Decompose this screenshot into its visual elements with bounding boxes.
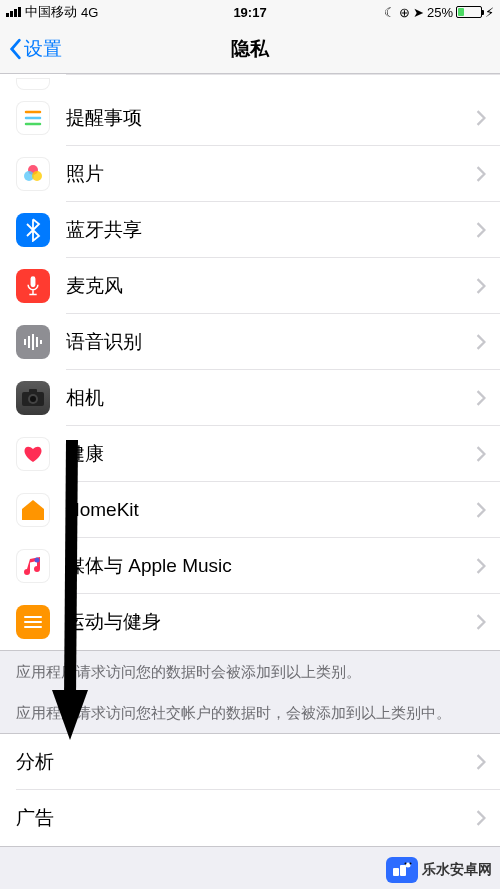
row-bluetooth[interactable]: 蓝牙共享: [0, 202, 500, 258]
homekit-icon: [16, 493, 50, 527]
chevron-right-icon: [476, 558, 486, 574]
row-advertising[interactable]: 广告: [0, 790, 500, 846]
page-title: 隐私: [231, 36, 269, 62]
row-label: 提醒事项: [66, 105, 476, 131]
nav-bar: 设置 隐私: [0, 24, 500, 74]
row-speech[interactable]: 语音识别: [0, 314, 500, 370]
chevron-right-icon: [476, 222, 486, 238]
chevron-right-icon: [476, 110, 486, 126]
media-icon: [16, 549, 50, 583]
status-left: 中国移动 4G: [6, 3, 250, 21]
row-camera[interactable]: 相机: [0, 370, 500, 426]
status-time: 19:17: [233, 5, 266, 20]
svg-rect-10: [36, 337, 38, 347]
row-motion[interactable]: 运动与健身: [0, 594, 500, 650]
lock-rotation-icon: ⊕: [399, 5, 410, 20]
svg-rect-6: [31, 276, 36, 287]
signal-icon: [6, 7, 21, 17]
speech-icon: [16, 325, 50, 359]
svg-point-26: [410, 863, 412, 865]
status-bar: 中国移动 4G 19:17 ☾ ⊕ ➤ 25% ⚡︎: [0, 0, 500, 24]
analytics-section: 分析 广告: [0, 733, 500, 847]
reminders-icon: [16, 101, 50, 135]
row-label: 分析: [16, 749, 476, 775]
chevron-right-icon: [476, 502, 486, 518]
privacy-section: 提醒事项 照片 蓝牙共享 麦克风: [0, 74, 500, 651]
row-label: 照片: [66, 161, 476, 187]
back-button[interactable]: 设置: [8, 36, 62, 62]
motion-icon: [16, 605, 50, 639]
back-label: 设置: [24, 36, 62, 62]
svg-point-25: [405, 863, 407, 865]
watermark-text: 乐水安卓网: [422, 861, 492, 879]
chevron-right-icon: [476, 278, 486, 294]
health-icon: [16, 437, 50, 471]
svg-rect-15: [29, 389, 37, 393]
row-label: 健康: [66, 441, 476, 467]
watermark: 乐水安卓网: [386, 857, 492, 883]
camera-icon: [16, 381, 50, 415]
row-photos[interactable]: 照片: [0, 146, 500, 202]
svg-point-5: [32, 171, 42, 181]
watermark-icon: [386, 857, 418, 883]
row-label: 广告: [16, 805, 476, 831]
chevron-right-icon: [476, 754, 486, 770]
network-label: 4G: [81, 5, 98, 20]
bluetooth-icon: [16, 213, 50, 247]
svg-rect-9: [32, 334, 34, 350]
row-media[interactable]: 媒体与 Apple Music: [0, 538, 500, 594]
svg-rect-7: [24, 339, 26, 345]
row-calendar-partial[interactable]: [0, 74, 500, 90]
svg-rect-11: [40, 340, 42, 344]
row-reminders[interactable]: 提醒事项: [0, 90, 500, 146]
svg-rect-23: [400, 865, 406, 876]
chevron-right-icon: [476, 810, 486, 826]
microphone-icon: [16, 269, 50, 303]
row-microphone[interactable]: 麦克风: [0, 258, 500, 314]
svg-point-14: [30, 396, 36, 402]
row-label: HomeKit: [66, 499, 476, 521]
chevron-right-icon: [476, 390, 486, 406]
row-label: 相机: [66, 385, 476, 411]
location-icon: ➤: [413, 5, 424, 20]
row-label: 媒体与 Apple Music: [66, 553, 476, 579]
chevron-right-icon: [476, 446, 486, 462]
footer-text-2: 应用程序请求访问您社交帐户的数据时，会被添加到以上类别中。: [0, 692, 500, 733]
chevron-right-icon: [476, 334, 486, 350]
content-scroll[interactable]: 提醒事项 照片 蓝牙共享 麦克风: [0, 74, 500, 889]
row-label: 蓝牙共享: [66, 217, 476, 243]
battery-icon: [456, 6, 482, 18]
footer-text-1: 应用程序请求访问您的数据时会被添加到以上类别。: [0, 651, 500, 692]
charging-icon: ⚡︎: [485, 5, 494, 20]
svg-point-16: [35, 558, 40, 563]
photos-icon: [16, 157, 50, 191]
row-label: 语音识别: [66, 329, 476, 355]
battery-pct: 25%: [427, 5, 453, 20]
moon-icon: ☾: [384, 5, 396, 20]
row-health[interactable]: 健康: [0, 426, 500, 482]
row-homekit[interactable]: HomeKit: [0, 482, 500, 538]
svg-rect-22: [393, 868, 399, 876]
chevron-right-icon: [476, 166, 486, 182]
row-label: 麦克风: [66, 273, 476, 299]
row-analytics[interactable]: 分析: [0, 734, 500, 790]
row-label: 运动与健身: [66, 609, 476, 635]
chevron-left-icon: [8, 38, 22, 60]
svg-rect-8: [28, 336, 30, 348]
status-right: ☾ ⊕ ➤ 25% ⚡︎: [250, 5, 494, 20]
chevron-right-icon: [476, 614, 486, 630]
carrier-label: 中国移动: [25, 3, 77, 21]
